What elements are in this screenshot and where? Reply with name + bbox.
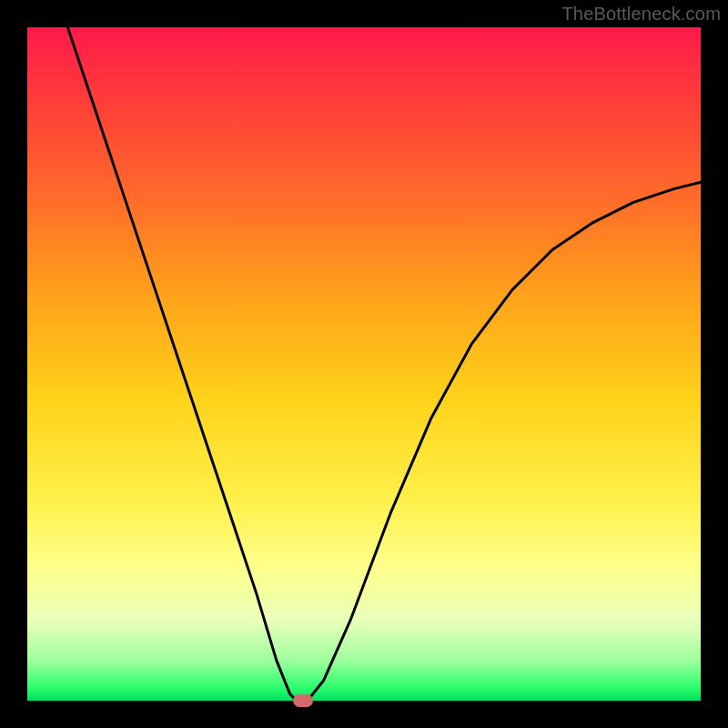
optimal-point-marker (293, 694, 313, 707)
watermark-text: TheBottleneck.com (561, 4, 721, 25)
bottleneck-curve (27, 27, 701, 701)
chart-container: TheBottleneck.com (0, 0, 728, 728)
plot-area (27, 27, 701, 701)
